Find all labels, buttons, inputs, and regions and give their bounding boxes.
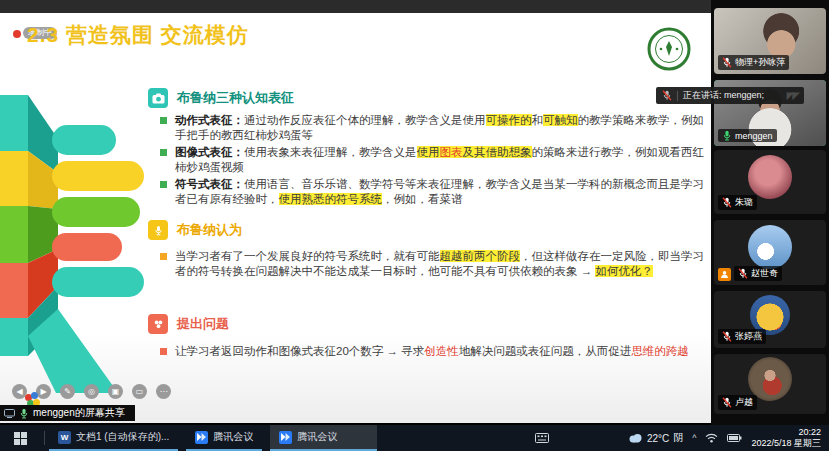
muted-mic-icon (722, 397, 732, 408)
participant-tile[interactable]: 朱璐 (714, 150, 826, 214)
section-raise-question: 提出问题 让学习者返回动作和图像式表征20个数字 → 寻求创造性地解决问题或表征… (148, 314, 710, 361)
muted-mic-icon (722, 331, 732, 342)
shared-window-top-strip (0, 0, 711, 13)
pen-tool-button[interactable]: ✎ (60, 384, 75, 399)
muted-mic-icon (722, 197, 732, 208)
participant-nameplate: 物理+孙咏萍 (718, 55, 789, 70)
wifi-icon[interactable] (705, 433, 718, 443)
windows-logo-icon (14, 432, 27, 445)
participant-nameplate: 朱璐 (718, 195, 757, 210)
participant-nameplate: menggen (718, 129, 777, 142)
battery-icon[interactable] (727, 434, 742, 442)
avatar (748, 155, 792, 199)
participant-tile[interactable]: 卢越 (714, 354, 826, 414)
taskbar-app-meeting-1[interactable]: 腾讯会议 (186, 425, 262, 451)
cloud-icon (628, 433, 643, 443)
tray-chevron[interactable]: ^ (692, 433, 696, 443)
university-seal-logo (646, 26, 692, 72)
slide-title: 2.3 营造氛围 交流模仿 (27, 21, 249, 49)
desktop-screen: 录制中 2.3 营造氛围 交流模仿 布鲁纳三种认知表征 动作式表征：通过动作反应… (0, 0, 829, 451)
presentation-slide: 录制中 2.3 营造氛围 交流模仿 布鲁纳三种认知表征 动作式表征：通过动作反应… (0, 13, 711, 423)
participant-name: 张婷燕 (735, 330, 762, 343)
section-header: 提出问题 (177, 315, 229, 333)
windows-taskbar: W 文档1 (自动保存的)... 腾讯会议 腾讯会议 22°C 阴 (0, 425, 829, 451)
taskbar-divider (44, 431, 45, 445)
comment-button[interactable]: ▭ (132, 384, 147, 399)
participant-tile[interactable]: 物理+孙咏萍 (714, 8, 826, 74)
speaking-text: 正在讲话: menggen; (683, 89, 764, 102)
active-mic-icon (722, 130, 732, 141)
clock-time: 20:22 (751, 427, 821, 438)
muted-mic-icon (722, 57, 732, 68)
bullet-item: 让学习者返回动作和图像式表征20个数字 → 寻求创造性地解决问题或表征问题，从而… (160, 344, 710, 359)
weather-widget[interactable]: 22°C 阴 (628, 431, 683, 445)
weather-temp: 22°C (647, 433, 669, 444)
muted-mic-icon (738, 268, 748, 279)
bullet-item: 动作式表征：通过动作反应表征个体的理解，教学含义是使用可操作的和可触知的教学策略… (160, 113, 710, 143)
word-icon: W (58, 431, 71, 444)
camera-toggle-button[interactable]: ▣ (108, 384, 123, 399)
clover-icon (148, 314, 168, 334)
section-cognitive-representations: 布鲁纳三种认知表征 动作式表征：通过动作反应表征个体的理解，教学含义是使用可操作… (148, 88, 710, 209)
bullet-item: 当学习者有了一个发展良好的符号系统时，就有可能超越前两个阶段，但这样做存在一定风… (160, 249, 710, 279)
bullet-item: 图像式表征：使用表象来表征理解，教学含义是使用图表及其借助想象的策略来进行教学，… (160, 145, 710, 175)
meeting-icon (195, 431, 208, 444)
camera-icon (148, 88, 168, 108)
participant-name: 卢越 (735, 396, 753, 409)
section-header: 布鲁纳认为 (177, 221, 242, 239)
participant-tile[interactable]: 张婷燕 (714, 291, 826, 348)
taskbar-clock[interactable]: 20:22 2022/5/18 星期三 (751, 427, 821, 449)
taskbar-app-meeting-2[interactable]: 腾讯会议 (270, 425, 377, 451)
bullet-item: 符号式表征：使用语言、音乐乐谱、数学符号等来表征理解，教学含义是当某一学科的新概… (160, 177, 710, 207)
participant-tile[interactable]: 赵世奇 (714, 220, 826, 285)
mic-icon (19, 408, 29, 419)
clock-date: 2022/5/18 星期三 (751, 438, 821, 449)
participants-sidebar: 物理+孙咏萍 menggen 朱璐 赵世奇 (711, 0, 829, 425)
participant-name: menggen (735, 131, 773, 141)
share-label: menggen的屏幕共享 (33, 406, 125, 420)
screen-share-bar[interactable]: menggen的屏幕共享 (0, 405, 135, 421)
taskbar-app-word[interactable]: W 文档1 (自动保存的)... (49, 425, 178, 451)
participant-name: 物理+孙咏萍 (735, 56, 785, 69)
participant-nameplate: 赵世奇 (734, 266, 782, 281)
section-header: 布鲁纳三种认知表征 (177, 89, 294, 107)
touch-keyboard-icon[interactable] (535, 433, 549, 443)
meeting-icon (279, 431, 292, 444)
recording-dot (13, 30, 21, 38)
section-bruner-thinks: 布鲁纳认为 当学习者有了一个发展良好的符号系统时，就有可能超越前两个阶段，但这样… (148, 220, 710, 281)
weather-condition: 阴 (673, 431, 683, 445)
screen-icon (4, 409, 15, 418)
start-button[interactable] (0, 425, 40, 451)
laser-pointer-button[interactable]: ◎ (84, 384, 99, 399)
person-badge-icon (718, 268, 731, 281)
more-options-button[interactable]: ⋯ (156, 384, 171, 399)
speaking-indicator-toast: 正在讲话: menggen; ◤◤ (656, 87, 804, 104)
participant-nameplate: 卢越 (718, 395, 757, 410)
muted-mic-icon (662, 90, 672, 101)
participant-name: 赵世奇 (751, 267, 778, 280)
microphone-icon (148, 220, 168, 240)
participant-nameplate: 张婷燕 (718, 329, 766, 344)
meeting-watermark-icon: ◤◤ (787, 90, 798, 101)
slide-decoration-graphic (0, 81, 150, 393)
participant-name: 朱璐 (735, 196, 753, 209)
avatar (748, 225, 792, 269)
